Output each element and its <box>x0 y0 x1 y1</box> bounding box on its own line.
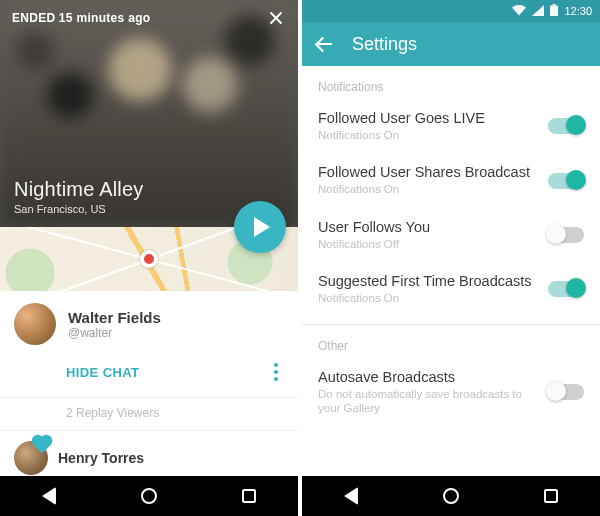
nav-back-icon[interactable] <box>344 487 358 505</box>
toggle[interactable] <box>548 227 584 243</box>
ended-status: ENDED 15 minutes ago <box>12 11 150 25</box>
setting-title: Autosave Broadcasts <box>318 369 538 385</box>
battery-icon <box>550 4 558 18</box>
ended-ago: 15 minutes ago <box>59 11 151 25</box>
map-pin-icon <box>140 250 158 268</box>
broadcast-title: Nightime Alley <box>14 178 144 201</box>
avatar[interactable] <box>14 303 56 345</box>
hero-image: ENDED 15 minutes ago Nightime Alley San … <box>0 0 298 227</box>
play-icon <box>254 217 270 237</box>
settings-list: Notifications Followed User Goes LIVE No… <box>302 66 600 476</box>
ended-label: ENDED <box>12 11 56 25</box>
broadcaster-name: Walter Fields <box>68 309 161 326</box>
toggle[interactable] <box>548 281 584 297</box>
broadcaster-handle: @walter <box>68 326 161 340</box>
section-header-other: Other <box>302 325 600 359</box>
setting-subtitle: Notifications On <box>318 291 532 305</box>
hide-chat-row: HIDE CHAT <box>0 349 298 397</box>
toggle[interactable] <box>548 173 584 189</box>
broadcaster-row: Walter Fields @walter <box>0 291 298 349</box>
nav-recents-icon[interactable] <box>544 489 558 503</box>
broadcaster-meta: Walter Fields @walter <box>68 309 161 340</box>
left-content: ENDED 15 minutes ago Nightime Alley San … <box>0 0 298 476</box>
setting-title: Followed User Goes LIVE <box>318 110 485 126</box>
back-icon[interactable] <box>316 35 334 53</box>
svg-rect-1 <box>553 4 556 6</box>
setting-title: Suggested First Time Broadcasts <box>318 273 532 289</box>
page-title: Settings <box>352 34 417 55</box>
nav-home-icon[interactable] <box>141 488 157 504</box>
nav-recents-icon[interactable] <box>242 489 256 503</box>
status-bar: 12:30 <box>302 0 600 22</box>
setting-suggested-broadcasts[interactable]: Suggested First Time Broadcasts Notifica… <box>302 265 600 319</box>
wifi-icon <box>512 5 526 18</box>
nav-home-icon[interactable] <box>443 488 459 504</box>
setting-subtitle: Do not automatically save broadcasts to … <box>318 387 538 416</box>
heart-icon <box>33 436 50 453</box>
viewer-name: Henry Torres <box>58 450 144 466</box>
play-button[interactable] <box>234 201 286 253</box>
android-nav-bar <box>302 476 600 516</box>
viewer-row[interactable]: Henry Torres <box>0 431 298 475</box>
broadcast-detail-screen: ENDED 15 minutes ago Nightime Alley San … <box>0 0 298 516</box>
hero-caption: Nightime Alley San Francisco, US <box>14 178 144 215</box>
setting-title: Followed User Shares Broadcast <box>318 164 530 180</box>
nav-back-icon[interactable] <box>42 487 56 505</box>
setting-followed-live[interactable]: Followed User Goes LIVE Notifications On <box>302 100 600 156</box>
signal-icon <box>532 5 544 18</box>
setting-user-follows-you[interactable]: User Follows You Notifications Off <box>302 211 600 265</box>
broadcast-location: San Francisco, US <box>14 203 144 215</box>
clock: 12:30 <box>564 5 592 17</box>
svg-rect-0 <box>550 6 558 17</box>
setting-subtitle: Notifications Off <box>318 237 430 251</box>
setting-subtitle: Notifications On <box>318 128 485 142</box>
setting-autosave[interactable]: Autosave Broadcasts Do not automatically… <box>302 359 600 430</box>
close-icon[interactable] <box>266 8 286 28</box>
android-nav-bar <box>0 476 298 516</box>
replay-viewers-label: 2 Replay Viewers <box>0 397 298 431</box>
toggle[interactable] <box>548 384 584 400</box>
setting-followed-shares[interactable]: Followed User Shares Broadcast Notificat… <box>302 156 600 210</box>
section-header-notifications: Notifications <box>302 66 600 100</box>
app-bar: Settings <box>302 22 600 66</box>
hide-chat-button[interactable]: HIDE CHAT <box>66 365 139 380</box>
setting-subtitle: Notifications On <box>318 182 530 196</box>
settings-screen: 12:30 Settings Notifications Followed Us… <box>302 0 600 516</box>
toggle[interactable] <box>548 118 584 134</box>
hero-top-bar: ENDED 15 minutes ago <box>0 0 298 28</box>
setting-title: User Follows You <box>318 219 430 235</box>
map-container <box>0 227 298 291</box>
overflow-menu-icon[interactable] <box>268 357 284 387</box>
